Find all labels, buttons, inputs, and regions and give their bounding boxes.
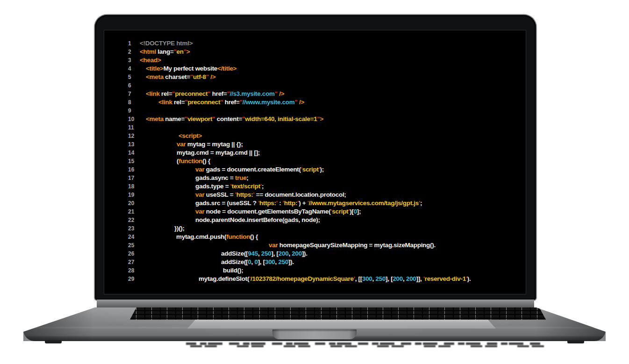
table-reflection — [186, 343, 544, 347]
line-number: 17 — [128, 174, 142, 182]
line-number: 29 — [128, 275, 142, 283]
laptop-lid: 1<!DOCTYPE html>2<html lang="en">3<head>… — [95, 15, 536, 300]
trackpad — [187, 320, 496, 328]
code-line: 27addSize([0, 0], [300, 250]). — [104, 258, 526, 266]
laptop-base — [23, 303, 606, 341]
code-line: 26addSize([945, 250], [200, 200]). — [104, 250, 526, 258]
line-number: 23 — [128, 224, 142, 233]
line-number: 18 — [128, 182, 142, 191]
code-line: 25var homepageSquarySizeMapping = mytag.… — [104, 241, 526, 250]
laptop-foot-left — [45, 340, 62, 343]
code-line: 14mytag.cmd = mytag.cmd || []; — [104, 149, 526, 157]
code-line: 7<link rel="preconnect" href="//s3.mysit… — [104, 90, 526, 98]
code-line: 19var useSSL = 'https:' == document.loca… — [104, 191, 526, 199]
code-line: 28build(); — [104, 266, 526, 275]
code-line: 3<head> — [104, 56, 526, 64]
code-line: 1<!DOCTYPE html> — [104, 39, 526, 48]
laptop-mockup: 1<!DOCTYPE html>2<html lang="en">3<head>… — [0, 0, 629, 364]
code-line: 20gads.src = (useSSL ? 'https:' : 'http:… — [104, 199, 526, 207]
line-number: 4 — [128, 64, 142, 73]
line-number: 24 — [128, 233, 142, 241]
line-number: 21 — [128, 207, 142, 216]
line-number: 10 — [128, 115, 142, 123]
code-line: 4<title>My perfect website</title> — [104, 64, 526, 73]
line-number: 7 — [128, 90, 142, 98]
code-line: 29mytag.defineSlot('/1023782/homepageDyn… — [104, 275, 526, 283]
code-line: 21var node = document.getElementsByTagNa… — [104, 207, 526, 216]
line-number: 6 — [128, 81, 142, 90]
laptop-foot-right — [567, 340, 584, 343]
code-line: 5<meta charset="utf-8" /> — [104, 73, 526, 81]
code-line: 9 — [104, 107, 526, 115]
lid-lift-notch — [272, 329, 357, 339]
code-line: 15(function() { — [104, 157, 526, 165]
line-number: 12 — [128, 132, 142, 140]
code-line: 10<meta name="viewport" content="width=6… — [104, 115, 526, 123]
code-line: 13var mytag = mytag || {}; — [104, 140, 526, 149]
line-number: 14 — [128, 149, 142, 157]
code-line: 24mytag.cmd.push(function() { — [104, 233, 526, 241]
line-number: 16 — [128, 165, 142, 174]
line-number: 25 — [128, 241, 142, 250]
line-number: 20 — [128, 199, 142, 207]
laptop-screen: 1<!DOCTYPE html>2<html lang="en">3<head>… — [104, 30, 526, 294]
line-number: 26 — [128, 250, 142, 258]
code-area: 1<!DOCTYPE html>2<html lang="en">3<head>… — [104, 30, 526, 294]
line-number: 11 — [128, 123, 142, 132]
code-line: 11 — [104, 123, 526, 132]
code-line: 2<html lang="en"> — [104, 48, 526, 56]
code-line: 6 — [104, 81, 526, 90]
line-number: 15 — [128, 157, 142, 165]
line-number: 9 — [128, 107, 142, 115]
line-number: 28 — [128, 266, 142, 275]
code-line: 16var gads = document.createElement('scr… — [104, 165, 526, 174]
line-number: 19 — [128, 191, 142, 199]
code-line: 18gads.type = 'text/script'; — [104, 182, 526, 191]
code-line: 17gads.async = true; — [104, 174, 526, 182]
keyboard — [130, 307, 546, 320]
code-line: 8<link rel="preconnect" href="//www.mysi… — [104, 98, 526, 107]
line-number: 8 — [128, 98, 142, 107]
code-line: 22node.parentNode.insertBefore(gads, nod… — [104, 216, 526, 224]
line-number: 22 — [128, 216, 142, 224]
line-number: 27 — [128, 258, 142, 266]
code-line: 12<script> — [104, 132, 526, 140]
line-number: 13 — [128, 140, 142, 149]
laptop-hinge — [97, 300, 534, 308]
code-line: 23})(); — [104, 224, 526, 233]
line-number: 5 — [128, 73, 142, 81]
